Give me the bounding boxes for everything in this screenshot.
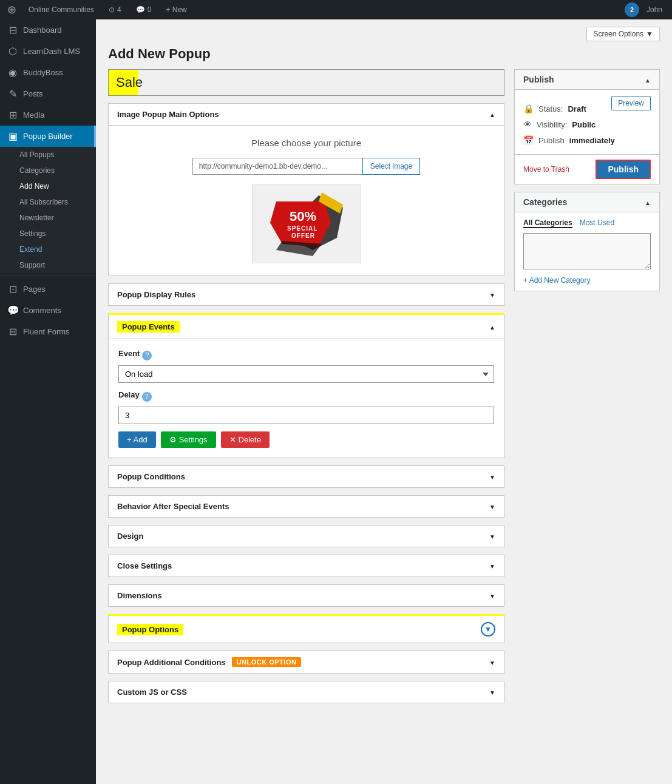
tab-most-used[interactable]: Most Used <box>580 218 614 228</box>
tab-all-categories[interactable]: All Categories <box>523 218 572 228</box>
categories-header: Categories <box>515 192 659 212</box>
unlock-option-badge[interactable]: UNLOCK OPTION <box>232 657 302 667</box>
admin-bar-new[interactable]: + New <box>161 0 191 19</box>
event-label: Event <box>118 349 140 358</box>
screen-options-label: Screen Options <box>593 30 643 38</box>
dimensions-header[interactable]: Dimensions <box>109 585 504 606</box>
sidebar-item-comments[interactable]: 💬 Comments <box>0 300 96 321</box>
sidebar-item-media[interactable]: ⊞ Media <box>0 104 96 126</box>
add-new-category-link[interactable]: + Add New Category <box>523 276 651 285</box>
popup-options-header[interactable]: Popup Options ▼ <box>109 616 504 643</box>
popup-additional-label-row: Popup Additional Conditions UNLOCK OPTIO… <box>117 657 301 667</box>
event-select[interactable]: On load <box>118 365 494 383</box>
svg-text:50%: 50% <box>290 209 316 224</box>
delay-help-icon[interactable]: ? <box>142 392 152 402</box>
screen-options-bar: Screen Options ▼ <box>108 27 660 41</box>
site-name: Online Communities <box>29 5 94 14</box>
popup-display-rules-header[interactable]: Popup Display Rules <box>109 284 504 305</box>
admin-bar-updates[interactable]: ⊙ 4 <box>104 0 126 19</box>
popup-display-rules-label: Popup Display Rules <box>117 290 195 299</box>
sidebar-item-all-subscribers[interactable]: All Subscribers <box>0 194 96 210</box>
publish-timing: immediately <box>569 136 615 145</box>
special-offer-svg: 50% SPECIAL OFFER <box>264 189 349 259</box>
popup-events-toggle-icon <box>489 322 495 331</box>
dimensions-label: Dimensions <box>117 591 162 600</box>
sidebar-item-posts[interactable]: ✎ Posts <box>0 83 96 104</box>
user-avatar[interactable]: 2 <box>625 2 639 17</box>
sidebar-item-dashboard[interactable]: ⊟ Dashboard <box>0 19 96 41</box>
categories-box: Categories All Categories Most Used + Ad… <box>514 192 660 291</box>
popup-conditions-header[interactable]: Popup Conditions <box>109 466 504 487</box>
main-column: Image Popup Main Options Please choose y… <box>108 69 504 711</box>
sidebar-label-popup-builder: Popup Builder <box>23 132 73 141</box>
popup-conditions-label: Popup Conditions <box>117 472 185 481</box>
sidebar-item-support[interactable]: Support <box>0 257 96 273</box>
sidebar-item-learndash[interactable]: ⬡ LearnDash LMS <box>0 41 96 62</box>
admin-bar-site[interactable]: Online Communities <box>24 0 99 19</box>
popup-events-label: Popup Events <box>117 321 180 333</box>
visibility-value: Public <box>572 120 596 129</box>
main-content: Screen Options ▼ Add New Popup Image Pop… <box>96 19 672 784</box>
wp-logo-icon[interactable]: ⊕ <box>5 3 19 16</box>
sidebar-item-settings[interactable]: Settings <box>0 226 96 242</box>
popup-events-header[interactable]: Popup Events <box>109 315 504 339</box>
publish-box: Publish Preview 🔒 Status: Draft <box>514 69 660 184</box>
publish-button[interactable]: Publish <box>596 160 651 179</box>
screen-options-button[interactable]: Screen Options ▼ <box>586 27 660 41</box>
popup-options-toggle-icon[interactable]: ▼ <box>481 622 495 637</box>
design-panel: Design <box>108 525 504 547</box>
popup-conditions-toggle-icon <box>489 472 495 481</box>
categories-body: All Categories Most Used + Add New Categ… <box>515 212 659 291</box>
close-settings-toggle-icon <box>489 561 495 570</box>
sidebar-item-extend[interactable]: Extend <box>0 242 96 257</box>
sidebar-item-add-new[interactable]: Add New <box>0 178 96 194</box>
delete-event-button[interactable]: ✕ Delete <box>221 431 270 448</box>
custom-js-css-header[interactable]: Custom JS or CSS <box>109 681 504 703</box>
sidebar-item-buddyboss[interactable]: ◉ BuddyBoss <box>0 62 96 83</box>
sidebar-item-popup-builder[interactable]: ▣ Popup Builder <box>0 126 96 147</box>
publish-toggle-icon <box>645 75 651 84</box>
popup-image-preview: 50% SPECIAL OFFER <box>252 184 361 263</box>
popup-events-panel: Popup Events Event ? On load <box>108 313 504 458</box>
sidebar-label-dashboard: Dashboard <box>23 25 62 35</box>
chevron-down-icon: ▼ <box>646 30 653 38</box>
admin-bar-username[interactable]: John <box>642 0 667 19</box>
publish-label: Publish <box>538 136 565 145</box>
image-url-input[interactable] <box>192 158 362 175</box>
admin-bar-comments[interactable]: 💬 0 <box>131 0 157 19</box>
delay-input[interactable] <box>118 407 494 424</box>
settings-event-button[interactable]: ⚙ Settings <box>161 431 216 448</box>
publish-header-label: Publish <box>523 75 554 84</box>
sidebar-item-categories[interactable]: Categories <box>0 163 96 178</box>
select-image-button[interactable]: Select image <box>362 158 420 175</box>
publish-timing-row: 📅 Publish immediately <box>523 132 651 148</box>
image-popup-main-options-header[interactable]: Image Popup Main Options <box>109 104 504 126</box>
popup-display-rules-panel: Popup Display Rules <box>108 283 504 306</box>
media-icon: ⊞ <box>7 109 18 121</box>
sidebar-label-learndash: LearnDash LMS <box>23 47 80 56</box>
event-help-icon[interactable]: ? <box>142 351 152 360</box>
sidebar-label-comments: Comments <box>23 306 61 315</box>
svg-text:OFFER: OFFER <box>291 232 315 239</box>
popup-title-input[interactable] <box>108 69 504 96</box>
close-settings-header[interactable]: Close Settings <box>109 555 504 576</box>
add-event-button[interactable]: + Add <box>118 431 156 448</box>
comments-icon: 💬 <box>7 305 18 316</box>
visibility-label: Visibility: <box>537 120 567 129</box>
sidebar-item-pages[interactable]: ⊡ Pages <box>0 279 96 300</box>
move-to-trash-link[interactable]: Move to Trash <box>523 165 569 174</box>
behavior-after-special-events-header[interactable]: Behavior After Special Events <box>109 496 504 517</box>
image-popup-main-options-panel: Image Popup Main Options Please choose y… <box>108 103 504 276</box>
popup-events-body: Event ? On load Delay ? <box>109 339 504 458</box>
preview-button[interactable]: Preview <box>611 96 651 110</box>
sidebar-item-all-popups[interactable]: All Popups <box>0 147 96 163</box>
sidebar-item-newsletter[interactable]: Newsletter <box>0 210 96 226</box>
svg-text:SPECIAL: SPECIAL <box>287 225 317 232</box>
custom-js-css-label: Custom JS or CSS <box>117 688 187 697</box>
popup-additional-conditions-header[interactable]: Popup Additional Conditions UNLOCK OPTIO… <box>109 651 504 673</box>
posts-icon: ✎ <box>7 88 18 100</box>
image-popup-main-options-body: Please choose your picture Select image <box>109 126 504 275</box>
event-btn-row: + Add ⚙ Settings ✕ Delete <box>118 431 494 448</box>
design-header[interactable]: Design <box>109 525 504 547</box>
sidebar-item-fluent-forms[interactable]: ⊟ Fluent Forms <box>0 321 96 342</box>
